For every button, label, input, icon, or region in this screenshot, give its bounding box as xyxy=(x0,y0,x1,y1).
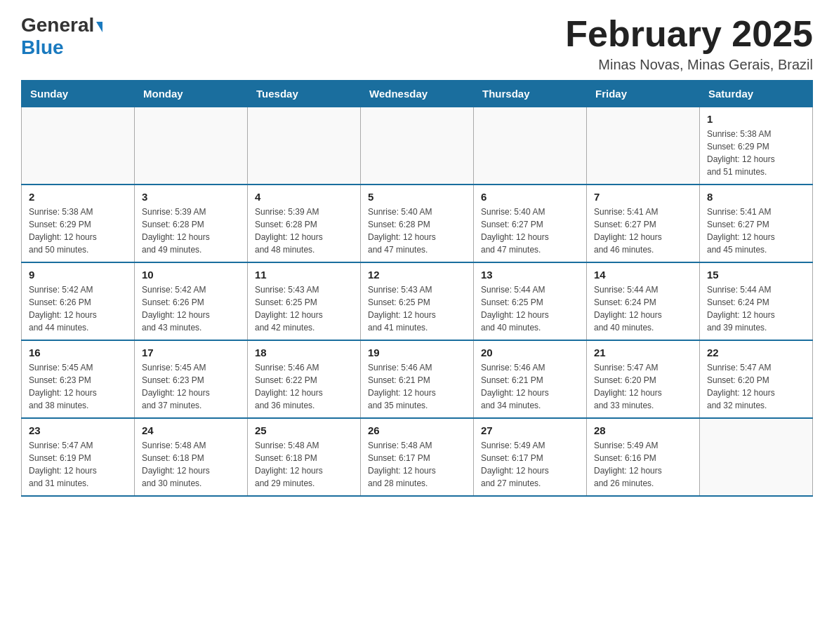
day-number: 12 xyxy=(368,269,466,281)
calendar-cell: 14Sunrise: 5:44 AMSunset: 6:24 PMDayligh… xyxy=(587,262,700,340)
calendar-cell: 9Sunrise: 5:42 AMSunset: 6:26 PMDaylight… xyxy=(22,262,135,340)
calendar-week-row: 23Sunrise: 5:47 AMSunset: 6:19 PMDayligh… xyxy=(22,418,813,496)
day-number: 16 xyxy=(29,347,127,358)
day-info: Sunrise: 5:40 AMSunset: 6:28 PMDaylight:… xyxy=(368,206,466,256)
calendar-cell: 7Sunrise: 5:41 AMSunset: 6:27 PMDaylight… xyxy=(587,185,700,262)
day-number: 24 xyxy=(142,424,240,436)
month-title: February 2025 xyxy=(565,14,813,54)
calendar-cell: 6Sunrise: 5:40 AMSunset: 6:27 PMDaylight… xyxy=(474,185,587,262)
day-info: Sunrise: 5:39 AMSunset: 6:28 PMDaylight:… xyxy=(142,206,240,256)
day-number: 28 xyxy=(594,424,692,436)
day-info: Sunrise: 5:44 AMSunset: 6:25 PMDaylight:… xyxy=(481,283,579,334)
calendar-cell xyxy=(361,107,474,185)
day-of-week-header: Monday xyxy=(135,81,248,107)
day-info: Sunrise: 5:47 AMSunset: 6:19 PMDaylight:… xyxy=(29,439,127,490)
calendar-cell xyxy=(135,107,248,185)
calendar-week-row: 2Sunrise: 5:38 AMSunset: 6:29 PMDaylight… xyxy=(22,185,813,262)
calendar-cell xyxy=(700,418,813,496)
day-of-week-header: Tuesday xyxy=(248,81,361,107)
logo-general-text: General xyxy=(21,14,94,36)
day-number: 20 xyxy=(481,347,579,358)
day-info: Sunrise: 5:45 AMSunset: 6:23 PMDaylight:… xyxy=(29,361,127,412)
day-info: Sunrise: 5:42 AMSunset: 6:26 PMDaylight:… xyxy=(29,283,127,334)
calendar-cell xyxy=(587,107,700,185)
calendar-cell: 3Sunrise: 5:39 AMSunset: 6:28 PMDaylight… xyxy=(135,185,248,262)
calendar-cell: 26Sunrise: 5:48 AMSunset: 6:17 PMDayligh… xyxy=(361,418,474,496)
calendar-cell: 5Sunrise: 5:40 AMSunset: 6:28 PMDaylight… xyxy=(361,185,474,262)
logo-arrow-icon xyxy=(96,22,102,32)
day-info: Sunrise: 5:40 AMSunset: 6:27 PMDaylight:… xyxy=(481,206,579,256)
day-number: 15 xyxy=(707,269,805,281)
calendar-cell: 17Sunrise: 5:45 AMSunset: 6:23 PMDayligh… xyxy=(135,340,248,418)
day-number: 14 xyxy=(594,269,692,281)
day-info: Sunrise: 5:43 AMSunset: 6:25 PMDaylight:… xyxy=(368,283,466,334)
day-number: 1 xyxy=(707,113,805,125)
day-number: 23 xyxy=(29,424,127,436)
calendar-week-row: 1Sunrise: 5:38 AMSunset: 6:29 PMDaylight… xyxy=(22,107,813,185)
calendar-cell: 4Sunrise: 5:39 AMSunset: 6:28 PMDaylight… xyxy=(248,185,361,262)
calendar-header-row: SundayMondayTuesdayWednesdayThursdayFrid… xyxy=(22,81,813,107)
calendar-cell: 28Sunrise: 5:49 AMSunset: 6:16 PMDayligh… xyxy=(587,418,700,496)
title-area: February 2025 Minas Novas, Minas Gerais,… xyxy=(565,14,813,73)
day-of-week-header: Wednesday xyxy=(361,81,474,107)
calendar-cell: 15Sunrise: 5:44 AMSunset: 6:24 PMDayligh… xyxy=(700,262,813,340)
day-number: 19 xyxy=(368,347,466,358)
calendar-week-row: 16Sunrise: 5:45 AMSunset: 6:23 PMDayligh… xyxy=(22,340,813,418)
calendar-cell: 24Sunrise: 5:48 AMSunset: 6:18 PMDayligh… xyxy=(135,418,248,496)
calendar-cell xyxy=(22,107,135,185)
day-info: Sunrise: 5:44 AMSunset: 6:24 PMDaylight:… xyxy=(594,283,692,334)
calendar-cell: 21Sunrise: 5:47 AMSunset: 6:20 PMDayligh… xyxy=(587,340,700,418)
day-info: Sunrise: 5:45 AMSunset: 6:23 PMDaylight:… xyxy=(142,361,240,412)
day-number: 26 xyxy=(368,424,466,436)
day-number: 8 xyxy=(707,191,805,203)
calendar-table: SundayMondayTuesdayWednesdayThursdayFrid… xyxy=(21,80,813,497)
day-number: 21 xyxy=(594,347,692,358)
day-number: 10 xyxy=(142,269,240,281)
day-number: 17 xyxy=(142,347,240,358)
day-number: 5 xyxy=(368,191,466,203)
calendar-cell: 12Sunrise: 5:43 AMSunset: 6:25 PMDayligh… xyxy=(361,262,474,340)
day-number: 22 xyxy=(707,347,805,358)
day-of-week-header: Friday xyxy=(587,81,700,107)
calendar-cell: 23Sunrise: 5:47 AMSunset: 6:19 PMDayligh… xyxy=(22,418,135,496)
day-info: Sunrise: 5:48 AMSunset: 6:18 PMDaylight:… xyxy=(142,439,240,490)
calendar-cell xyxy=(474,107,587,185)
day-info: Sunrise: 5:49 AMSunset: 6:16 PMDaylight:… xyxy=(594,439,692,490)
day-info: Sunrise: 5:41 AMSunset: 6:27 PMDaylight:… xyxy=(594,206,692,256)
calendar-cell: 22Sunrise: 5:47 AMSunset: 6:20 PMDayligh… xyxy=(700,340,813,418)
logo-blue-text: Blue xyxy=(21,36,64,59)
calendar-week-row: 9Sunrise: 5:42 AMSunset: 6:26 PMDaylight… xyxy=(22,262,813,340)
day-info: Sunrise: 5:48 AMSunset: 6:18 PMDaylight:… xyxy=(255,439,353,490)
calendar-cell: 13Sunrise: 5:44 AMSunset: 6:25 PMDayligh… xyxy=(474,262,587,340)
day-info: Sunrise: 5:47 AMSunset: 6:20 PMDaylight:… xyxy=(594,361,692,412)
calendar-cell: 19Sunrise: 5:46 AMSunset: 6:21 PMDayligh… xyxy=(361,340,474,418)
day-info: Sunrise: 5:38 AMSunset: 6:29 PMDaylight:… xyxy=(29,206,127,256)
day-info: Sunrise: 5:48 AMSunset: 6:17 PMDaylight:… xyxy=(368,439,466,490)
day-info: Sunrise: 5:49 AMSunset: 6:17 PMDaylight:… xyxy=(481,439,579,490)
day-number: 25 xyxy=(255,424,353,436)
day-number: 11 xyxy=(255,269,353,281)
page-header: General Blue February 2025 Minas Novas, … xyxy=(21,14,813,73)
day-number: 3 xyxy=(142,191,240,203)
calendar-cell: 8Sunrise: 5:41 AMSunset: 6:27 PMDaylight… xyxy=(700,185,813,262)
day-info: Sunrise: 5:42 AMSunset: 6:26 PMDaylight:… xyxy=(142,283,240,334)
logo: General Blue xyxy=(21,14,102,59)
calendar-cell: 10Sunrise: 5:42 AMSunset: 6:26 PMDayligh… xyxy=(135,262,248,340)
calendar-cell: 11Sunrise: 5:43 AMSunset: 6:25 PMDayligh… xyxy=(248,262,361,340)
day-number: 18 xyxy=(255,347,353,358)
day-number: 7 xyxy=(594,191,692,203)
day-info: Sunrise: 5:44 AMSunset: 6:24 PMDaylight:… xyxy=(707,283,805,334)
day-of-week-header: Saturday xyxy=(700,81,813,107)
day-info: Sunrise: 5:43 AMSunset: 6:25 PMDaylight:… xyxy=(255,283,353,334)
calendar-cell: 18Sunrise: 5:46 AMSunset: 6:22 PMDayligh… xyxy=(248,340,361,418)
day-info: Sunrise: 5:41 AMSunset: 6:27 PMDaylight:… xyxy=(707,206,805,256)
day-info: Sunrise: 5:46 AMSunset: 6:22 PMDaylight:… xyxy=(255,361,353,412)
calendar-cell: 27Sunrise: 5:49 AMSunset: 6:17 PMDayligh… xyxy=(474,418,587,496)
day-info: Sunrise: 5:39 AMSunset: 6:28 PMDaylight:… xyxy=(255,206,353,256)
day-number: 4 xyxy=(255,191,353,203)
day-number: 13 xyxy=(481,269,579,281)
calendar-cell: 25Sunrise: 5:48 AMSunset: 6:18 PMDayligh… xyxy=(248,418,361,496)
day-info: Sunrise: 5:46 AMSunset: 6:21 PMDaylight:… xyxy=(368,361,466,412)
day-number: 9 xyxy=(29,269,127,281)
day-of-week-header: Sunday xyxy=(22,81,135,107)
